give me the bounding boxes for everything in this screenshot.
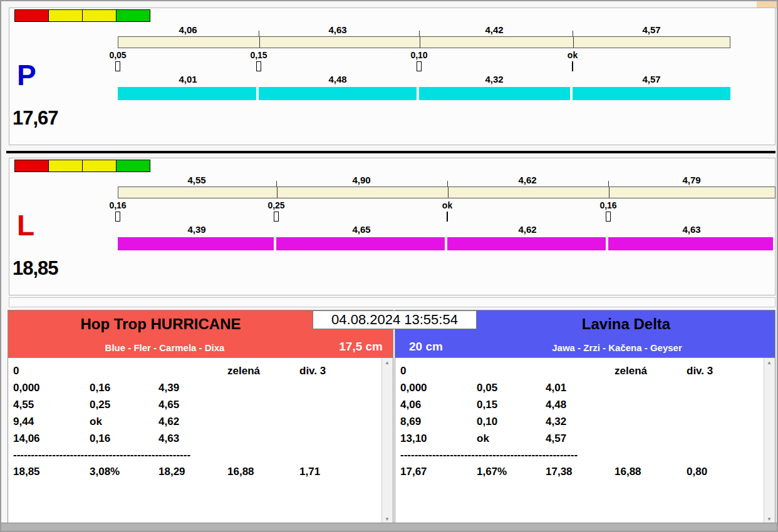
segment-tick (419, 31, 420, 36)
dog-names: Jawa - Zrzi - Kačena - Geyser (458, 338, 776, 357)
crossing-split-label: 4,63 (328, 24, 346, 35)
result-list-left: 0 zelená div. 3 0,000 0,16 4,39 4,55 0,2… (8, 357, 393, 524)
crossing-split-label: 4,90 (352, 175, 370, 185)
scrollbar-left[interactable]: ▲ ▼ (381, 358, 393, 524)
cell: 4,55 (13, 397, 34, 413)
total-cell: 16,88 (615, 464, 641, 480)
changeover-label: 0,16 (599, 200, 616, 210)
light-yellow-2 (83, 160, 117, 171)
dog-split-bar (608, 237, 773, 250)
jump-height: 17,5 cm (339, 340, 383, 354)
result-list-right: 0 zelená div. 3 0,000 0,05 4,01 4,06 0,1… (395, 357, 775, 524)
dog-split-label: 4,48 (328, 74, 346, 84)
segment-tick (259, 31, 259, 36)
cell: 4,06 (400, 397, 421, 413)
status-color: zelená (615, 363, 647, 379)
changeover-marker-ok (447, 212, 448, 222)
cell: 0,25 (90, 397, 110, 413)
dog-split-bar (259, 87, 417, 100)
split-row: 14,06 0,16 4,63 (8, 431, 382, 447)
total-cell: 0,80 (687, 464, 707, 480)
cell: 4,01 (546, 380, 566, 396)
segment-tick (608, 181, 609, 187)
team-panel-left: Hop Trop HURRICANE Blue - Fler - Carmela… (8, 310, 393, 525)
cell: 4,39 (158, 380, 179, 396)
changeover-label: 0,16 (109, 200, 126, 210)
dog-split-bar (419, 87, 570, 100)
changeover-marker (417, 61, 422, 71)
race-timestamp: 04.08.2024 13:55:54 (313, 310, 477, 329)
light-red (15, 160, 49, 171)
lane-total-time-p: 17,67 (13, 107, 58, 130)
total-percent: 3,08% (90, 464, 120, 480)
changeover-marker (115, 212, 120, 222)
status-flag: 0 (400, 363, 406, 379)
total-time: 18,85 (13, 464, 40, 480)
cell: 0,16 (90, 431, 110, 447)
cell: 9,44 (13, 414, 34, 430)
lane-separator (6, 151, 775, 153)
lane-panel-p: 4,06 4,63 4,42 4,57 0,05 0,15 0,10 ok 4,… (9, 8, 775, 145)
start-lights-l (14, 160, 150, 172)
total-time: 17,67 (400, 464, 427, 480)
lane-letter-p: P (17, 61, 36, 90)
dog-split-label: 4,01 (179, 74, 197, 84)
changeover-marker-ok (572, 61, 573, 71)
lane-total-time-l: 18,85 (13, 257, 58, 280)
cell: 4,62 (158, 414, 179, 430)
dog-split-bar (276, 237, 445, 250)
scrollbar-right[interactable]: ▲ ▼ (764, 358, 775, 524)
crossing-split-label: 4,57 (642, 24, 660, 35)
dog-split-label: 4,62 (518, 224, 536, 235)
crossing-split-label: 4,42 (485, 24, 503, 35)
cell: 0,05 (477, 380, 497, 396)
split-row: 8,69 0,10 4,32 (395, 414, 764, 430)
dog-names: Blue - Fler - Carmela - Dixa (8, 338, 321, 357)
split-row: 0,000 0,05 4,01 (395, 380, 764, 396)
dog-split-bar (118, 237, 274, 250)
changeover-marker (606, 212, 611, 222)
scroll-up-icon[interactable]: ▲ (764, 358, 774, 368)
dog-split-label: 4,32 (485, 74, 503, 84)
crossing-split-label: 4,79 (682, 175, 700, 185)
changeover-marker (274, 212, 279, 222)
segment-tick (447, 181, 448, 187)
dog-split-bars (118, 87, 730, 100)
spacer-strip (9, 297, 775, 307)
dog-split-bar (447, 237, 606, 250)
dashed-divider: ----------------------------------------… (400, 447, 578, 463)
light-yellow-2 (83, 10, 117, 21)
crossing-time-bar (118, 36, 730, 48)
bar-divider (609, 187, 609, 198)
team-panel-right: Lavina Delta 20 cm Jawa - Zrzi - Kačena … (395, 310, 775, 525)
crossing-split-label: 4,62 (518, 175, 536, 185)
division-label: div. 3 (299, 363, 326, 379)
split-row: 0,000 0,16 4,39 (8, 380, 382, 396)
divider-row: ----------------------------------------… (395, 447, 764, 463)
light-red (15, 10, 49, 21)
changeover-label: 0,25 (267, 200, 284, 210)
cell: 13,10 (400, 431, 427, 447)
cell: ok (477, 431, 489, 447)
dashed-divider: ----------------------------------------… (13, 447, 190, 463)
cell: 14,06 (13, 431, 40, 447)
scroll-up-icon[interactable]: ▲ (382, 358, 392, 368)
changeover-label: 0,05 (109, 50, 126, 60)
totals-row: 17,67 1,67% 17,38 16,88 0,80 (395, 464, 764, 480)
changeover-label: 0,15 (250, 50, 267, 60)
cell: ok (90, 414, 102, 430)
lane-letter-l: L (17, 211, 34, 240)
dog-split-label: 4,39 (187, 224, 205, 235)
crossing-split-label: 4,06 (179, 24, 197, 35)
dog-split-bar (573, 87, 730, 100)
crossing-time-bar (118, 187, 775, 198)
total-cell: 16,88 (227, 464, 254, 480)
status-flag: 0 (13, 363, 19, 379)
split-row: 4,55 0,25 4,65 (8, 397, 382, 413)
cell: 4,32 (546, 414, 566, 430)
team-name: Hop Trop HURRICANE (8, 310, 313, 338)
status-color: zelená (227, 363, 260, 379)
light-yellow-1 (49, 10, 83, 21)
total-percent: 1,67% (477, 464, 507, 480)
jump-height: 20 cm (409, 340, 443, 354)
